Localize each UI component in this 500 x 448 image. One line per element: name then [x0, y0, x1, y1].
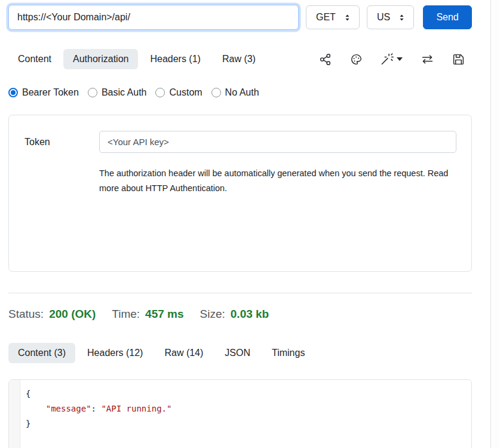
- api-tester-page: GET US Send Content Authorization Header…: [8, 5, 472, 448]
- radio-basic-auth[interactable]: Basic Auth: [88, 87, 147, 98]
- save-icon[interactable]: [452, 53, 465, 66]
- region-select[interactable]: US: [367, 5, 414, 29]
- size-value: 0.03 kb: [231, 308, 269, 321]
- response-body-viewer: { "message": "API running."}: [8, 379, 472, 448]
- status-label: Status:: [8, 308, 44, 321]
- code-gutter: [9, 380, 20, 448]
- radio-circle-checked: [8, 88, 18, 97]
- auth-type-options: Bearer Token Basic Auth Custom No Auth: [8, 87, 472, 98]
- radio-circle: [155, 88, 165, 97]
- tab-response-content[interactable]: Content (3): [8, 343, 75, 363]
- response-code[interactable]: { "message": "API running."}: [20, 380, 471, 448]
- token-help-text: The authorization header will be automat…: [99, 166, 450, 196]
- method-select-value: GET: [316, 12, 336, 23]
- response-tabs: Content (3) Headers (12) Raw (14) JSON T…: [8, 343, 472, 363]
- tab-response-raw[interactable]: Raw (14): [155, 343, 213, 363]
- tab-response-json[interactable]: JSON: [215, 343, 260, 363]
- magic-wand-icon[interactable]: [381, 53, 403, 66]
- share-nodes-icon[interactable]: [319, 53, 332, 66]
- swap-arrows-icon[interactable]: [421, 53, 434, 66]
- status-value: 200 (OK): [49, 308, 96, 321]
- url-input[interactable]: [8, 5, 299, 30]
- time-label: Time:: [112, 308, 140, 321]
- tab-authorization[interactable]: Authorization: [63, 49, 138, 69]
- radio-no-auth[interactable]: No Auth: [211, 87, 259, 98]
- request-bar: GET US Send: [8, 5, 472, 30]
- palette-icon[interactable]: [350, 53, 363, 66]
- select-arrows-icon: [343, 13, 352, 22]
- radio-custom[interactable]: Custom: [155, 87, 202, 98]
- tab-headers[interactable]: Headers (1): [140, 49, 210, 69]
- region-select-value: US: [377, 12, 390, 23]
- radio-label: Basic Auth: [102, 87, 147, 98]
- token-input[interactable]: [99, 131, 456, 153]
- radio-label: Bearer Token: [22, 87, 79, 98]
- tab-response-headers[interactable]: Headers (12): [78, 343, 152, 363]
- radio-circle: [211, 88, 221, 97]
- radio-label: Custom: [169, 87, 202, 98]
- tab-content[interactable]: Content: [8, 49, 61, 69]
- section-divider: [8, 293, 472, 293]
- radio-circle: [88, 88, 97, 97]
- radio-label: No Auth: [225, 87, 259, 98]
- tab-response-timings[interactable]: Timings: [262, 343, 314, 363]
- tab-raw[interactable]: Raw (3): [213, 49, 265, 69]
- select-arrows-icon: [397, 13, 406, 22]
- method-select[interactable]: GET: [306, 5, 360, 29]
- response-status-row: Status: 200 (OK) Time: 457 ms Size: 0.03…: [8, 308, 472, 321]
- toolbar-icons: [319, 53, 472, 66]
- send-button[interactable]: Send: [423, 5, 472, 29]
- token-label: Token: [24, 137, 99, 148]
- time-value: 457 ms: [145, 308, 183, 321]
- request-tabs: Content Authorization Headers (1) Raw (3…: [8, 49, 472, 69]
- radio-bearer-token[interactable]: Bearer Token: [8, 87, 79, 98]
- token-panel: Token The authorization header will be a…: [8, 115, 472, 272]
- size-label: Size:: [200, 308, 225, 321]
- caret-down-icon: [397, 57, 403, 61]
- page-scrollbar-track[interactable]: [490, 0, 499, 448]
